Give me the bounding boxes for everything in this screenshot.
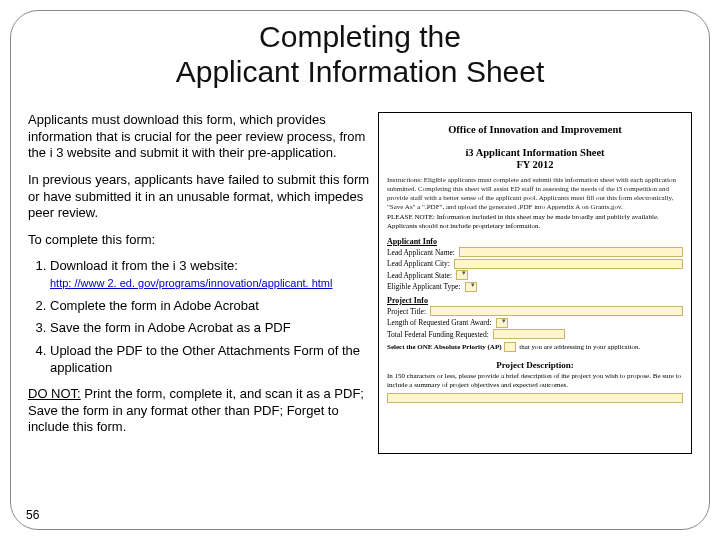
step-1: Download it from the i 3 website: http: …: [50, 258, 374, 291]
ap-line: Select the ONE Absolute Priority (AP) th…: [387, 342, 683, 352]
slide-title: Completing the Applicant Information She…: [0, 20, 720, 89]
paragraph-1: Applicants must download this form, whic…: [28, 112, 374, 162]
page-number: 56: [26, 508, 39, 522]
section-project-description: Project Description:: [379, 360, 691, 370]
paragraph-2: In previous years, applicants have faile…: [28, 172, 374, 222]
body-text: Applicants must download this form, whic…: [28, 112, 374, 446]
section-applicant-info: Applicant Info: [387, 237, 683, 246]
field-funding: [493, 329, 565, 339]
step-2: Complete the form in Adobe Acrobat: [50, 298, 374, 315]
paragraph-3: To complete this form:: [28, 232, 374, 249]
project-description-text: In 150 characters or less, please provid…: [387, 372, 683, 390]
steps-list: Download it from the i 3 website: http: …: [28, 258, 374, 376]
dropdown-type: [465, 282, 477, 292]
form-title-2: i3 Applicant Information Sheet: [385, 146, 685, 159]
do-not-label: DO NOT:: [28, 386, 81, 401]
title-line2: Applicant Information Sheet: [176, 55, 545, 88]
form-screenshot: Office of Innovation and Improvement i3 …: [378, 112, 692, 454]
form-title-1: Office of Innovation and Improvement: [385, 123, 685, 136]
step-3: Save the form in Adobe Acrobat as a PDF: [50, 320, 374, 337]
i3-website-link[interactable]: http: //www 2. ed. gov/programs/innovati…: [50, 277, 332, 289]
field-description: [387, 393, 683, 403]
form-instructions: Instructions: Eligible applicants must c…: [387, 176, 683, 211]
title-line1: Completing the: [259, 20, 461, 53]
step-4: Upload the PDF to the Other Attachments …: [50, 343, 374, 376]
dropdown-state: [456, 270, 468, 280]
dropdown-length: [496, 318, 508, 328]
form-title-3: FY 2012: [385, 159, 685, 170]
form-note: PLEASE NOTE: Information included in thi…: [387, 213, 683, 231]
section-project-info: Project Info: [387, 296, 683, 305]
do-not-paragraph: DO NOT: Print the form, complete it, and…: [28, 386, 374, 436]
field-city: [454, 259, 683, 269]
field-project-title: [430, 306, 683, 316]
field-name: [459, 247, 683, 257]
dropdown-ap: [504, 342, 516, 352]
